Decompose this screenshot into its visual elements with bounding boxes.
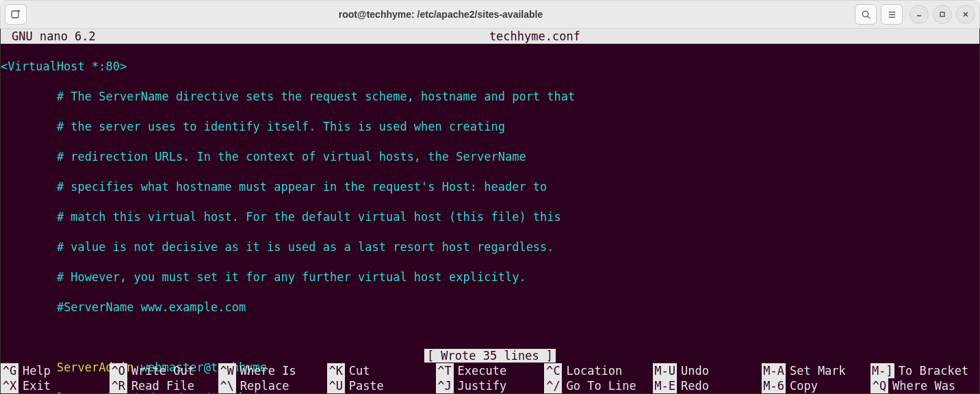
shortcut-copy: M-6Copy bbox=[762, 378, 871, 393]
shortcut-execute: ^TExecute bbox=[436, 363, 545, 378]
window-titlebar: root@techhyme: /etc/apache2/sites-availa… bbox=[0, 0, 980, 29]
svg-rect-0 bbox=[12, 11, 18, 18]
shortcut-writeout: ^OWrite Out bbox=[109, 363, 218, 378]
comment-line: #ServerName www.example.com bbox=[57, 300, 246, 314]
comment-line: # value is not decisive as it is used as… bbox=[57, 240, 554, 254]
shortcut-whereis: ^WWhere Is bbox=[218, 363, 327, 378]
nano-shortcuts: ^GHelp ^OWrite Out ^WWhere Is ^KCut ^TEx… bbox=[1, 363, 979, 393]
nano-filename: techhyme.conf bbox=[96, 29, 974, 44]
comment-line: # match this virtual host. For the defau… bbox=[57, 210, 561, 224]
minimize-button[interactable] bbox=[910, 5, 929, 24]
svg-point-3 bbox=[862, 11, 868, 16]
nano-app-label: GNU nano 6.2 bbox=[6, 29, 96, 44]
shortcut-wherewas: ^QWhere Was bbox=[871, 378, 979, 393]
comment-line: # redirection URLs. In the context of vi… bbox=[57, 150, 526, 163]
shortcut-redo: M-ERedo bbox=[653, 378, 762, 393]
close-button[interactable] bbox=[956, 5, 975, 24]
shortcut-cut: ^KCut bbox=[327, 363, 436, 378]
hamburger-menu-button[interactable] bbox=[881, 4, 903, 25]
nano-header: GNU nano 6.2 techhyme.conf bbox=[1, 29, 979, 44]
svg-line-4 bbox=[867, 16, 869, 18]
nano-status: [ Wrote 35 lines ] bbox=[1, 348, 979, 363]
comment-line: # the server uses to identify itself. Th… bbox=[57, 120, 505, 133]
comment-line: # The ServerName directive sets the requ… bbox=[57, 90, 575, 103]
shortcut-tobracket: M-]To Bracket bbox=[871, 363, 979, 378]
shortcut-paste: ^UPaste bbox=[327, 378, 436, 393]
shortcut-setmark: M-ASet Mark bbox=[762, 363, 871, 378]
maximize-button[interactable] bbox=[933, 5, 952, 24]
comment-line: # However, you must set it for any furth… bbox=[57, 270, 526, 284]
shortcut-readfile: ^RRead File bbox=[109, 378, 218, 393]
comment-line: # specifies what hostname must appear in… bbox=[57, 180, 547, 194]
window-title: root@techhyme: /etc/apache2/sites-availa… bbox=[31, 9, 851, 20]
shortcut-exit: ^XExit bbox=[1, 378, 109, 393]
terminal-area[interactable]: GNU nano 6.2 techhyme.conf <VirtualHost … bbox=[0, 29, 980, 394]
shortcut-help: ^GHelp bbox=[1, 363, 109, 378]
shortcut-gotoline: ^/Go To Line bbox=[544, 378, 653, 393]
svg-rect-9 bbox=[940, 12, 944, 16]
search-button[interactable] bbox=[855, 4, 877, 25]
new-tab-button[interactable] bbox=[5, 4, 27, 25]
editor-content[interactable]: <VirtualHost *:80> # The ServerName dire… bbox=[1, 44, 979, 394]
shortcut-undo: M-UUndo bbox=[653, 363, 762, 378]
shortcut-location: ^CLocation bbox=[544, 363, 653, 378]
shortcut-justify: ^JJustify bbox=[436, 378, 545, 393]
vhost-open-tag: <VirtualHost *:80> bbox=[1, 60, 127, 73]
shortcut-replace: ^\Replace bbox=[218, 378, 327, 393]
